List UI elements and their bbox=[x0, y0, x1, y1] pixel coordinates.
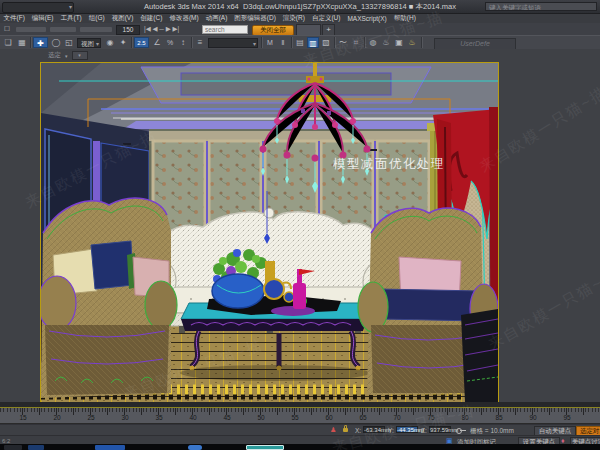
timeline-label: 65 bbox=[353, 414, 373, 421]
key-icon-tail bbox=[460, 430, 466, 431]
plugin-checkbox-icon[interactable]: ☐ bbox=[4, 25, 10, 33]
scene-armchair-left bbox=[41, 198, 177, 398]
key-marker-icon: ♦ bbox=[561, 437, 565, 444]
timeline-label: 50 bbox=[251, 414, 271, 421]
plugin-label bbox=[50, 27, 76, 32]
menu-views[interactable]: 视图(V) bbox=[108, 14, 137, 23]
display-floater-icon[interactable]: ▧ bbox=[320, 37, 332, 48]
timeline-label: 15 bbox=[13, 414, 33, 421]
material-editor-icon[interactable]: ◍ bbox=[367, 37, 379, 48]
render-setup-icon[interactable]: ♨ bbox=[380, 37, 392, 48]
menu-help[interactable]: 帮助(H) bbox=[390, 14, 419, 23]
timeline-label: 25 bbox=[81, 414, 101, 421]
viewport-surround: 选定 ▾ ▾ bbox=[0, 49, 600, 402]
plugin-label bbox=[16, 27, 46, 32]
viewport-watermark-text: 模型减面优化处理 bbox=[332, 157, 445, 171]
curve-editor-icon[interactable]: 〜 bbox=[337, 37, 349, 48]
timeline-label: 40 bbox=[183, 414, 203, 421]
timeline-label: 85 bbox=[489, 414, 509, 421]
timeline-label: 45 bbox=[217, 414, 237, 421]
render-production-icon[interactable]: ♨ bbox=[406, 37, 418, 48]
select-and-rotate-icon[interactable]: ◯ bbox=[50, 37, 62, 48]
windows-taskbar bbox=[0, 444, 600, 450]
menu-file[interactable]: 文件(F) bbox=[0, 14, 28, 23]
taskbar-app-icon[interactable] bbox=[28, 445, 44, 450]
isolate-selection-icon[interactable]: ♟ bbox=[330, 426, 336, 434]
y-coord-label: Y: bbox=[388, 427, 394, 434]
title-bar: ▾ Autodesk 3ds Max 2014 x64 D3dqLowUhnpu… bbox=[0, 0, 600, 14]
scene-dark-sofa-right bbox=[461, 309, 498, 402]
percent-snap-icon[interactable]: % bbox=[164, 37, 176, 48]
playback-nav-arrows[interactable]: |◀ ◀ ─ ▶ ▶| bbox=[144, 25, 179, 33]
frame-count-spinner[interactable]: 150 bbox=[116, 25, 140, 35]
timeline-label: 70 bbox=[387, 414, 407, 421]
select-and-scale-icon[interactable]: ◱ bbox=[63, 37, 75, 48]
menu-customize[interactable]: 自定义(U) bbox=[308, 14, 344, 23]
mini-dropdown[interactable]: ▾ bbox=[72, 51, 88, 60]
chevron-down-icon[interactable]: ▾ bbox=[65, 53, 68, 59]
schematic-view-icon[interactable]: ⌗ bbox=[350, 37, 362, 48]
select-and-manipulate-icon[interactable]: ✦ bbox=[117, 37, 129, 48]
taskbar-app-icon[interactable] bbox=[188, 445, 202, 450]
reference-coordinate-dropdown[interactable]: 视图▾ bbox=[77, 38, 101, 48]
timeline-label: 30 bbox=[115, 414, 135, 421]
chevron-down-icon: ▾ bbox=[253, 40, 256, 49]
z-coord-field[interactable]: 937.59mm bbox=[429, 426, 451, 433]
z-coord-label: Z: bbox=[421, 427, 427, 434]
taskbar-app-icon[interactable] bbox=[246, 445, 284, 450]
x-coord-field[interactable]: -63.34mm bbox=[363, 426, 385, 433]
timeline-label: 35 bbox=[149, 414, 169, 421]
key-icon bbox=[456, 428, 462, 434]
timeline-major-ticks bbox=[22, 408, 600, 415]
menu-modifiers[interactable]: 修改器(M) bbox=[166, 14, 202, 23]
status-bar-transform-row: ♟ X: -63.34mm Y: -44.35mm Z: 937.59mm 栅格… bbox=[0, 425, 600, 435]
timeline-label: 90 bbox=[523, 414, 543, 421]
selection-filter-label[interactable]: 选定 bbox=[48, 51, 61, 60]
menu-animation[interactable]: 动画(A) bbox=[202, 14, 231, 23]
select-and-move-icon[interactable]: ✚ bbox=[33, 37, 48, 48]
menu-graph-editors[interactable]: 图形编辑器(D) bbox=[231, 14, 280, 23]
plugin-search-input[interactable] bbox=[202, 25, 248, 34]
select-object-icon[interactable]: ❏ bbox=[2, 37, 14, 48]
timeline-label: 20 bbox=[47, 414, 67, 421]
x-coord-label: X: bbox=[355, 427, 361, 434]
snap-toggle-25[interactable]: 2.5 bbox=[134, 37, 149, 48]
timeline-ruler[interactable]: 15 20 25 30 35 40 45 50 55 60 65 70 75 8… bbox=[0, 408, 600, 424]
rendered-frame-icon[interactable]: ▣ bbox=[393, 37, 405, 48]
menu-tools[interactable]: 工具(T) bbox=[57, 14, 85, 23]
close-all-button[interactable]: 关闭全部 bbox=[252, 25, 294, 36]
menu-group[interactable]: 组(G) bbox=[85, 14, 108, 23]
maxscript-mini-listener[interactable]: 6:2 bbox=[2, 438, 10, 444]
infocenter-search-input[interactable]: 键入关键字或短语 bbox=[485, 2, 597, 11]
viewport-mini-bar: 选定 ▾ ▾ bbox=[48, 51, 88, 60]
mirror-icon[interactable]: M bbox=[264, 37, 276, 48]
menu-create[interactable]: 创建(C) bbox=[137, 14, 166, 23]
angle-snap-icon[interactable]: ∠ bbox=[151, 37, 163, 48]
layer-manager-icon[interactable]: ▤ bbox=[294, 37, 306, 48]
spinner-snap-icon[interactable]: ↕ bbox=[177, 37, 189, 48]
timeline-label: 60 bbox=[319, 414, 339, 421]
menu-edit[interactable]: 编辑(E) bbox=[28, 14, 57, 23]
use-pivot-center-icon[interactable]: ◉ bbox=[104, 37, 116, 48]
timeline-label: 75 bbox=[421, 414, 441, 421]
menu-maxscript[interactable]: MAXScript(X) bbox=[344, 15, 390, 22]
y-coord-field[interactable]: -44.35mm bbox=[396, 426, 418, 433]
timeline-label: 95 bbox=[557, 414, 577, 421]
select-by-name-icon[interactable]: ▦ bbox=[16, 37, 28, 48]
perspective-viewport[interactable]: 模型减面优化处理 bbox=[40, 62, 499, 403]
timeline-label: 80 bbox=[455, 414, 475, 421]
plugin-label bbox=[80, 27, 112, 32]
align-icon[interactable]: ‖ bbox=[277, 37, 289, 48]
edit-named-sets-icon[interactable]: ≡ bbox=[194, 37, 206, 48]
menu-rendering[interactable]: 渲染(R) bbox=[279, 14, 308, 23]
chevron-down-icon: ▾ bbox=[96, 40, 99, 49]
named-selection-dropdown[interactable]: ▾ bbox=[208, 38, 258, 48]
taskbar-app-icon[interactable] bbox=[95, 445, 125, 450]
plugin-toolbar: ☐ 150 |◀ ◀ ─ ▶ ▶| 关闭全部 + bbox=[0, 23, 600, 35]
timeline-label: 55 bbox=[285, 414, 305, 421]
taskbar-app-icon[interactable] bbox=[4, 445, 22, 450]
selection-lock-icon[interactable] bbox=[343, 428, 348, 432]
layer-properties-icon[interactable]: ▥ bbox=[307, 37, 319, 48]
